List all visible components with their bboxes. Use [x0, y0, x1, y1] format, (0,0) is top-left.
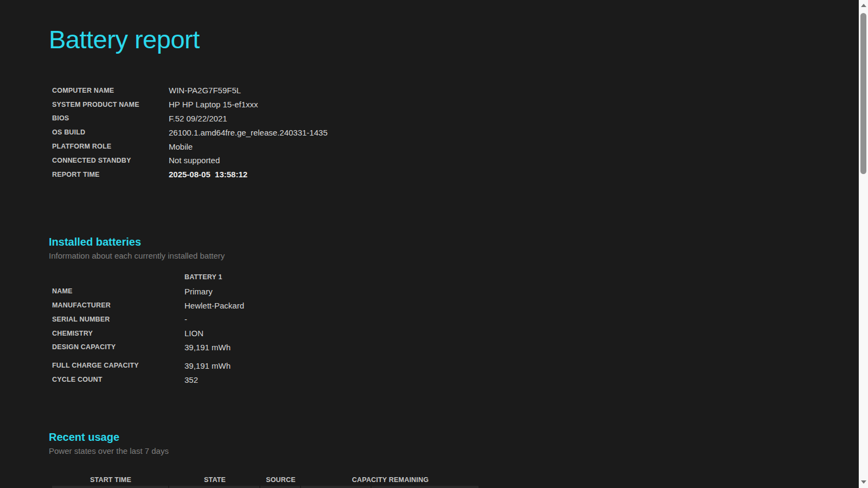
battery-capacity-value: 352	[184, 375, 198, 384]
usage-cell	[260, 486, 300, 488]
battery-detail-label: NAME	[52, 287, 184, 295]
installed-batteries-subtitle: Information about each currently install…	[49, 249, 868, 262]
usage-cell	[372, 486, 478, 488]
battery-detail-row: MANUFACTURER Hewlett-Packard	[52, 298, 868, 312]
system-info-label: OS BUILD	[52, 129, 169, 136]
vertical-scrollbar-track[interactable]	[859, 0, 868, 488]
column-header-source: SOURCE	[260, 476, 301, 484]
usage-cell	[169, 486, 259, 488]
battery-detail-row: DESIGN CAPACITY 39,191 mWh	[52, 341, 868, 355]
battery-group-divider	[52, 354, 868, 358]
recent-usage-first-row-clipped	[52, 486, 868, 488]
report-time-label: REPORT TIME	[52, 171, 169, 178]
system-info-value: Not supported	[169, 156, 220, 165]
page-title: Battery report	[49, 24, 868, 55]
column-header-capacity-remaining: CAPACITY REMAINING	[301, 476, 480, 484]
battery-column-header: BATTERY 1	[184, 273, 222, 281]
battery-detail-value: 39,191 mWh	[184, 343, 231, 352]
battery-capacity-label: FULL CHARGE CAPACITY	[52, 362, 184, 369]
system-info-row: OS BUILD 26100.1.amd64fre.ge_release.240…	[52, 125, 868, 139]
system-info-value: Mobile	[169, 142, 193, 151]
scrollbar-thumb[interactable]	[860, 13, 866, 174]
scrollbar-down-arrow-icon[interactable]	[861, 480, 866, 484]
system-info-row: PLATFORM ROLE Mobile	[52, 139, 868, 153]
recent-usage-header-row: START TIME STATE SOURCE CAPACITY REMAINI…	[52, 476, 868, 484]
system-info-table: COMPUTER NAME WIN-PA2G7F59F5L SYSTEM PRO…	[52, 84, 868, 168]
recent-usage-subtitle: Power states over the last 7 days	[49, 445, 868, 457]
system-info-label: COMPUTER NAME	[52, 87, 169, 94]
recent-usage-heading: Recent usage	[49, 430, 868, 445]
battery-capacity-group: FULL CHARGE CAPACITY 39,191 mWh CYCLE CO…	[52, 358, 868, 387]
battery-detail-row: SERIAL NUMBER -	[52, 312, 868, 326]
battery-detail-row: CHEMISTRY LION	[52, 326, 868, 341]
usage-cell	[301, 486, 371, 488]
system-info-row: CONNECTED STANDBY Not supported	[52, 153, 868, 168]
system-info-row: BIOS F.52 09/22/2021	[52, 112, 868, 126]
battery-detail-value: -	[184, 314, 187, 324]
system-info-value: HP HP Laptop 15-ef1xxx	[169, 100, 258, 109]
battery-detail-value: Hewlett-Packard	[184, 301, 244, 310]
recent-usage-section: Recent usage Power states over the last …	[0, 430, 868, 488]
scrollbar-up-arrow-icon[interactable]	[861, 4, 866, 7]
battery-capacity-row: CYCLE COUNT 352	[52, 373, 868, 387]
battery-details-group: NAME Primary MANUFACTURER Hewlett-Packar…	[52, 284, 868, 354]
battery-detail-value: LION	[184, 329, 203, 338]
system-info-label: SYSTEM PRODUCT NAME	[52, 101, 169, 108]
battery-detail-label: DESIGN CAPACITY	[52, 343, 184, 351]
system-info-label: PLATFORM ROLE	[52, 143, 169, 150]
system-info-value: 26100.1.amd64fre.ge_release.240331-1435	[169, 128, 328, 137]
report-time-value: 2025-08-05 13:58:12	[169, 170, 247, 179]
system-info-row: SYSTEM PRODUCT NAME HP HP Laptop 15-ef1x…	[52, 98, 868, 112]
report-time-row: REPORT TIME 2025-08-05 13:58:12	[52, 168, 868, 182]
battery-capacity-row: FULL CHARGE CAPACITY 39,191 mWh	[52, 358, 868, 373]
usage-cell	[52, 486, 168, 488]
battery-column-header-row: BATTERY 1	[52, 271, 868, 285]
battery-report-page: Battery report COMPUTER NAME WIN-PA2G7F5…	[0, 0, 868, 488]
system-info-label: BIOS	[52, 114, 169, 122]
installed-batteries-heading: Installed batteries	[49, 235, 868, 249]
battery-detail-value: Primary	[184, 287, 213, 296]
battery-detail-row: NAME Primary	[52, 284, 868, 298]
system-info-row: COMPUTER NAME WIN-PA2G7F59F5L	[52, 84, 868, 98]
system-info-label: CONNECTED STANDBY	[52, 157, 169, 164]
battery-table: BATTERY 1 NAME Primary MANUFACTURER Hewl…	[52, 271, 868, 387]
column-header-state: STATE	[169, 476, 260, 484]
column-header-start-time: START TIME	[52, 476, 169, 484]
system-info-value: WIN-PA2G7F59F5L	[169, 86, 241, 95]
installed-batteries-section: Installed batteries Information about ea…	[0, 235, 868, 387]
battery-detail-label: SERIAL NUMBER	[52, 316, 184, 323]
battery-capacity-value: 39,191 mWh	[184, 361, 231, 370]
battery-capacity-label: CYCLE COUNT	[52, 376, 184, 383]
system-info-value: F.52 09/22/2021	[169, 114, 227, 123]
battery-detail-label: MANUFACTURER	[52, 301, 184, 309]
battery-detail-label: CHEMISTRY	[52, 330, 184, 337]
